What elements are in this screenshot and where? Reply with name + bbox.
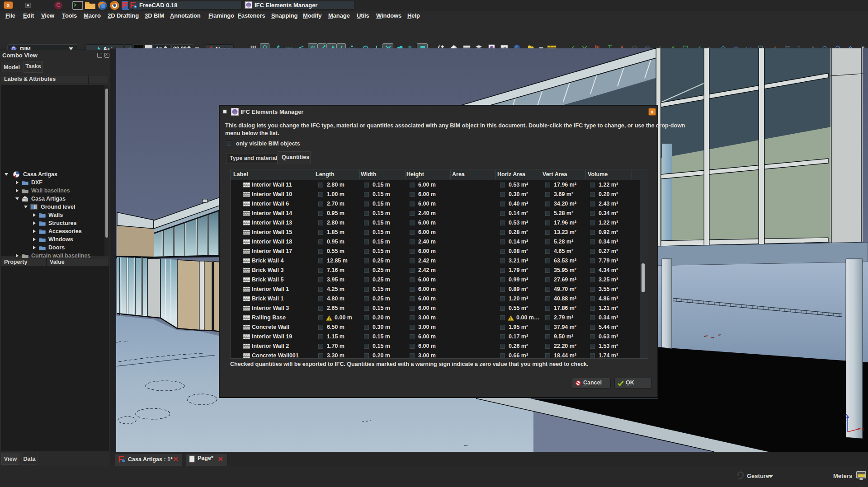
svg-text:x: x — [862, 427, 864, 431]
svg-text:z: z — [845, 412, 847, 417]
